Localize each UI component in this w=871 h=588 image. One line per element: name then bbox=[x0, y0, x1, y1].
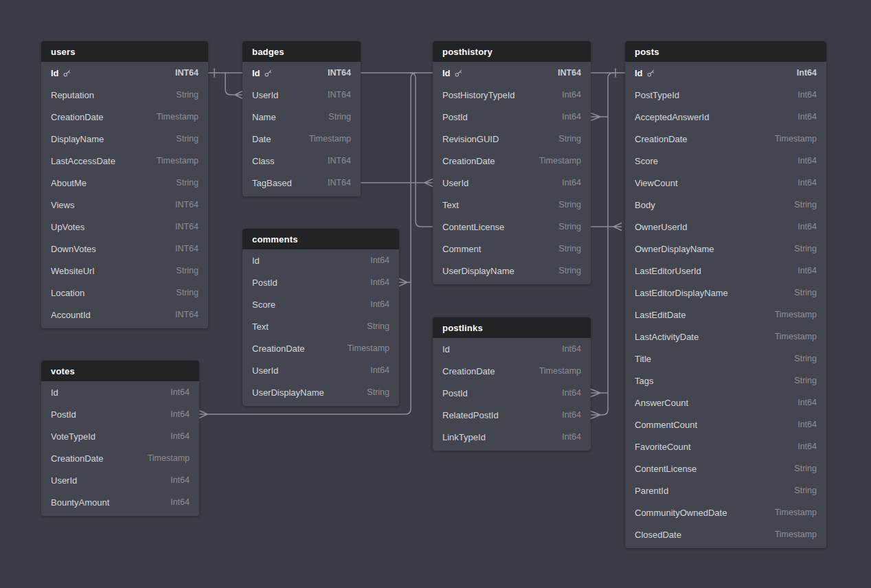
table-comments[interactable]: commentsIdInt64PostIdInt64ScoreInt64Text… bbox=[242, 229, 399, 406]
field-votes-BountyAmount[interactable]: BountyAmountInt64 bbox=[41, 491, 199, 513]
table-title: votes bbox=[51, 366, 75, 376]
field-posts-LastEditorUserId[interactable]: LastEditorUserIdInt64 bbox=[625, 260, 826, 282]
field-users-UpVotes[interactable]: UpVotesINT64 bbox=[41, 216, 208, 238]
field-users-LastAccessDate[interactable]: LastAccessDateTimestamp bbox=[41, 150, 208, 172]
field-users-CreationDate[interactable]: CreationDateTimestamp bbox=[41, 106, 208, 128]
field-posts-Id[interactable]: IdInt64 bbox=[625, 62, 826, 84]
field-type: String bbox=[176, 178, 199, 188]
table-votes[interactable]: votesIdInt64PostIdInt64VoteTypeIdInt64Cr… bbox=[41, 361, 199, 516]
field-posts-CommunityOwnedDate[interactable]: CommunityOwnedDateTimestamp bbox=[625, 501, 826, 523]
field-postlinks-RelatedPostId[interactable]: RelatedPostIdInt64 bbox=[433, 404, 591, 426]
field-postlinks-CreationDate[interactable]: CreationDateTimestamp bbox=[433, 360, 591, 382]
table-badges[interactable]: badgesIdINT64UserIdINT64NameStringDateTi… bbox=[242, 41, 361, 196]
field-posts-FavoriteCount[interactable]: FavoriteCountInt64 bbox=[625, 436, 826, 457]
field-name: Reputation bbox=[51, 90, 94, 100]
table-header-votes[interactable]: votes bbox=[41, 361, 199, 381]
field-comments-CreationDate[interactable]: CreationDateTimestamp bbox=[242, 337, 399, 359]
field-comments-UserDisplayName[interactable]: UserDisplayNameString bbox=[242, 381, 399, 403]
field-posthistory-UserId[interactable]: UserIdInt64 bbox=[433, 172, 591, 194]
field-comments-Id[interactable]: IdInt64 bbox=[242, 249, 399, 271]
field-badges-Date[interactable]: DateTimestamp bbox=[242, 128, 361, 150]
field-postlinks-LinkTypeId[interactable]: LinkTypeIdInt64 bbox=[433, 426, 591, 448]
field-type: Int64 bbox=[798, 156, 817, 166]
field-type: INT64 bbox=[175, 244, 199, 253]
field-posts-OwnerUserId[interactable]: OwnerUserIdInt64 bbox=[625, 216, 826, 238]
field-votes-UserId[interactable]: UserIdInt64 bbox=[41, 469, 199, 491]
table-header-posts[interactable]: posts bbox=[625, 41, 826, 62]
field-posts-CreationDate[interactable]: CreationDateTimestamp bbox=[625, 128, 826, 150]
field-posts-LastEditorDisplayName[interactable]: LastEditorDisplayNameString bbox=[625, 282, 826, 304]
table-header-posthistory[interactable]: posthistory bbox=[433, 41, 591, 62]
table-posthistory[interactable]: posthistoryIdINT64PostHistoryTypeIdInt64… bbox=[433, 41, 591, 284]
field-type: Int64 bbox=[370, 256, 389, 265]
field-posthistory-UserDisplayName[interactable]: UserDisplayNameString bbox=[433, 260, 591, 282]
field-posthistory-PostHistoryTypeId[interactable]: PostHistoryTypeIdInt64 bbox=[433, 84, 591, 106]
field-posts-ParentId[interactable]: ParentIdString bbox=[625, 479, 826, 501]
field-posts-ContentLicense[interactable]: ContentLicenseString bbox=[625, 457, 826, 479]
field-name: CreationDate bbox=[51, 112, 104, 122]
field-name: CommentCount bbox=[635, 420, 697, 430]
field-users-AboutMe[interactable]: AboutMeString bbox=[41, 172, 208, 194]
field-posthistory-CreationDate[interactable]: CreationDateTimestamp bbox=[433, 150, 591, 172]
field-users-Views[interactable]: ViewsINT64 bbox=[41, 194, 208, 216]
field-badges-Name[interactable]: NameString bbox=[242, 106, 361, 128]
field-name: PostId bbox=[51, 409, 76, 420]
field-posthistory-RevisionGUID[interactable]: RevisionGUIDString bbox=[433, 128, 591, 150]
table-header-badges[interactable]: badges bbox=[242, 41, 361, 62]
field-users-DisplayName[interactable]: DisplayNameString bbox=[41, 128, 208, 150]
field-postlinks-PostId[interactable]: PostIdInt64 bbox=[433, 382, 591, 404]
field-posthistory-ContentLicense[interactable]: ContentLicenseString bbox=[433, 216, 591, 238]
field-posts-LastActivityDate[interactable]: LastActivityDateTimestamp bbox=[625, 326, 826, 348]
field-posthistory-Comment[interactable]: CommentString bbox=[433, 238, 591, 260]
field-name: Id bbox=[635, 68, 643, 78]
field-name: LastAccessDate bbox=[51, 156, 115, 166]
field-posts-OwnerDisplayName[interactable]: OwnerDisplayNameString bbox=[625, 238, 826, 260]
field-posts-ClosedDate[interactable]: ClosedDateTimestamp bbox=[625, 523, 826, 545]
field-badges-Id[interactable]: IdINT64 bbox=[242, 62, 361, 84]
field-votes-CreationDate[interactable]: CreationDateTimestamp bbox=[41, 447, 199, 469]
field-type: Int64 bbox=[798, 442, 817, 451]
field-name: CommunityOwnedDate bbox=[635, 508, 727, 518]
diagram-canvas[interactable]: usersIdINT64ReputationStringCreationDate… bbox=[0, 0, 871, 588]
field-posthistory-Text[interactable]: TextString bbox=[433, 194, 591, 216]
field-comments-Text[interactable]: TextString bbox=[242, 315, 399, 337]
field-users-Reputation[interactable]: ReputationString bbox=[41, 84, 208, 106]
field-users-DownVotes[interactable]: DownVotesINT64 bbox=[41, 238, 208, 260]
field-name: AcceptedAnswerId bbox=[635, 112, 709, 122]
field-posts-AcceptedAnswerId[interactable]: AcceptedAnswerIdInt64 bbox=[625, 106, 826, 128]
field-name: Id bbox=[252, 256, 260, 266]
field-posts-ViewCount[interactable]: ViewCountInt64 bbox=[625, 172, 826, 194]
field-comments-UserId[interactable]: UserIdInt64 bbox=[242, 359, 399, 381]
field-comments-PostId[interactable]: PostIdInt64 bbox=[242, 271, 399, 293]
table-posts[interactable]: postsIdInt64PostTypeIdInt64AcceptedAnswe… bbox=[625, 41, 826, 548]
table-header-users[interactable]: users bbox=[41, 41, 208, 62]
field-posts-Score[interactable]: ScoreInt64 bbox=[625, 150, 826, 172]
field-postlinks-Id[interactable]: IdInt64 bbox=[433, 338, 591, 360]
field-posts-Tags[interactable]: TagsString bbox=[625, 370, 826, 392]
field-posts-AnswerCount[interactable]: AnswerCountInt64 bbox=[625, 392, 826, 414]
field-badges-UserId[interactable]: UserIdINT64 bbox=[242, 84, 361, 106]
field-badges-TagBased[interactable]: TagBasedINT64 bbox=[242, 172, 361, 194]
field-posts-PostTypeId[interactable]: PostTypeIdInt64 bbox=[625, 84, 826, 106]
field-votes-Id[interactable]: IdInt64 bbox=[41, 381, 199, 403]
field-users-WebsiteUrl[interactable]: WebsiteUrlString bbox=[41, 260, 208, 282]
field-users-Location[interactable]: LocationString bbox=[41, 282, 208, 304]
field-badges-Class[interactable]: ClassINT64 bbox=[242, 150, 361, 172]
table-postlinks[interactable]: postlinksIdInt64CreationDateTimestampPos… bbox=[433, 317, 591, 451]
field-users-Id[interactable]: IdINT64 bbox=[41, 62, 208, 84]
table-users[interactable]: usersIdINT64ReputationStringCreationDate… bbox=[41, 41, 208, 328]
field-posts-LastEditDate[interactable]: LastEditDateTimestamp bbox=[625, 304, 826, 326]
field-users-AccountId[interactable]: AccountIdINT64 bbox=[41, 304, 208, 326]
field-posthistory-Id[interactable]: IdINT64 bbox=[433, 62, 591, 84]
field-votes-PostId[interactable]: PostIdInt64 bbox=[41, 403, 199, 425]
field-comments-Score[interactable]: ScoreInt64 bbox=[242, 293, 399, 315]
field-posts-Body[interactable]: BodyString bbox=[625, 194, 826, 216]
field-posthistory-PostId[interactable]: PostIdInt64 bbox=[433, 106, 591, 128]
field-name: Id bbox=[442, 344, 450, 354]
table-header-postlinks[interactable]: postlinks bbox=[433, 317, 591, 338]
table-header-comments[interactable]: comments bbox=[242, 229, 399, 249]
field-votes-VoteTypeId[interactable]: VoteTypeIdInt64 bbox=[41, 425, 199, 447]
field-posts-CommentCount[interactable]: CommentCountInt64 bbox=[625, 414, 826, 436]
field-name: PostHistoryTypeId bbox=[442, 90, 515, 100]
field-posts-Title[interactable]: TitleString bbox=[625, 348, 826, 370]
